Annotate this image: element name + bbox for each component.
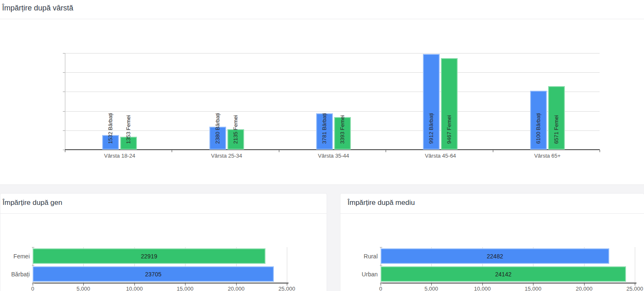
bar-value-label: 24142	[495, 271, 512, 278]
bar-urban: 24142	[381, 266, 626, 282]
y-tick-label: 4,000	[0, 108, 62, 114]
x-tick-label: 10,000	[474, 286, 491, 291]
x-axis-line	[33, 283, 289, 283]
bar-value-label: 23705	[145, 271, 162, 278]
bar-value-label: 6100 Bărbați	[535, 113, 542, 144]
x-axis-line	[381, 283, 636, 283]
environment-chart-header: Împărțire după mediu	[340, 194, 644, 214]
bar-value-label: 1532 Bărbați	[107, 113, 114, 144]
y-axis-tick	[32, 283, 34, 283]
bar-value-label: 22482	[487, 253, 503, 260]
x-tick-label: 10,000	[126, 286, 143, 291]
category-label: Vârsta 25-34	[193, 153, 260, 159]
category-label: Vârsta 18-24	[86, 153, 153, 159]
gridline	[65, 92, 600, 92]
y-axis-line	[65, 53, 65, 150]
gender-chart-title: Împărțire după gen	[0, 194, 327, 207]
gender-chart-plot: 05,00010,00015,00020,00025,000Femei22919…	[33, 247, 287, 283]
x-tick-label: 0	[379, 286, 382, 291]
category-label: Urban	[362, 271, 378, 278]
category-label: Femei	[13, 253, 30, 260]
bar-value-label: 1353 Femei	[125, 115, 132, 144]
bar-rural: 22482	[381, 248, 609, 264]
x-tick-label: 5,000	[77, 286, 90, 291]
x-tick-label: 0	[31, 286, 34, 291]
gridline	[65, 72, 600, 73]
environment-chart-plot: 05,00010,00015,00020,00025,000Rural22482…	[381, 247, 635, 283]
y-axis-tick	[32, 247, 34, 248]
x-axis-tick	[600, 150, 600, 152]
gridline	[65, 111, 600, 112]
x-tick-label: 5,000	[425, 286, 438, 291]
category-label: Rural	[364, 253, 378, 260]
age-chart-plot: 02,0004,0006,0008,00010,000Vârsta 18-241…	[65, 53, 600, 150]
x-axis-tick	[172, 150, 172, 152]
environment-chart-card: Împărțire după mediu 05,00010,00015,0002…	[340, 193, 644, 291]
y-tick-label: 8,000	[0, 69, 62, 75]
y-axis-tick	[380, 283, 382, 283]
environment-chart-title: Împărțire după mediu	[340, 194, 644, 207]
age-chart-header: Împărțire după vârstă	[0, 0, 644, 19]
category-label: Vârsta 65+	[514, 153, 581, 159]
bar-value-label: 9912 Bărbați	[428, 113, 435, 144]
bar-bărbați: 23705	[33, 266, 274, 282]
bar-value-label: 22919	[141, 253, 157, 260]
y-axis-tick	[380, 247, 382, 248]
x-tick-label: 25,000	[626, 286, 643, 291]
gender-chart-header: Împărțire după gen	[0, 194, 327, 214]
x-tick-label: 20,000	[228, 286, 245, 291]
gridline	[287, 247, 287, 283]
y-tick-label: 6,000	[0, 89, 62, 94]
age-chart-title: Împărțire după vârstă	[0, 0, 644, 13]
bar-value-label: 6571 Femei	[553, 115, 560, 144]
bar-femei: 22919	[33, 248, 265, 264]
x-tick-label: 15,000	[525, 286, 541, 291]
y-axis-tick	[32, 265, 34, 265]
x-axis-tick	[65, 150, 65, 152]
dashboard-page: Împărțire după vârstă 02,0004,0006,0008,…	[0, 0, 644, 291]
x-axis-tick	[493, 150, 493, 152]
category-label: Bărbați	[11, 271, 30, 278]
y-tick-label: 10,000	[0, 50, 62, 56]
x-tick-label: 15,000	[177, 286, 193, 291]
gridline	[635, 247, 635, 283]
bar-value-label: 3781 Bărbați	[321, 113, 328, 144]
category-label: Vârsta 45-64	[407, 153, 474, 159]
bar-value-label: 9467 Femei	[446, 115, 453, 144]
bar-value-label: 3393 Femei	[339, 115, 346, 144]
bar-value-label: 2380 Bărbați	[214, 113, 221, 144]
x-tick-label: 20,000	[576, 286, 592, 291]
y-axis-tick	[380, 265, 382, 265]
x-tick-label: 25,000	[278, 286, 295, 291]
category-label: Vârsta 35-44	[300, 153, 367, 159]
x-axis-tick	[279, 150, 279, 152]
y-tick-label: 2,000	[0, 128, 62, 133]
y-tick-label: 0	[0, 147, 62, 153]
gridline	[65, 53, 600, 54]
gender-chart-card: Împărțire după gen 05,00010,00015,00020,…	[0, 193, 327, 291]
age-chart-card: Împărțire după vârstă 02,0004,0006,0008,…	[0, 0, 644, 185]
x-axis-tick	[386, 150, 386, 152]
bar-value-label: 2135 Femei	[232, 115, 239, 144]
